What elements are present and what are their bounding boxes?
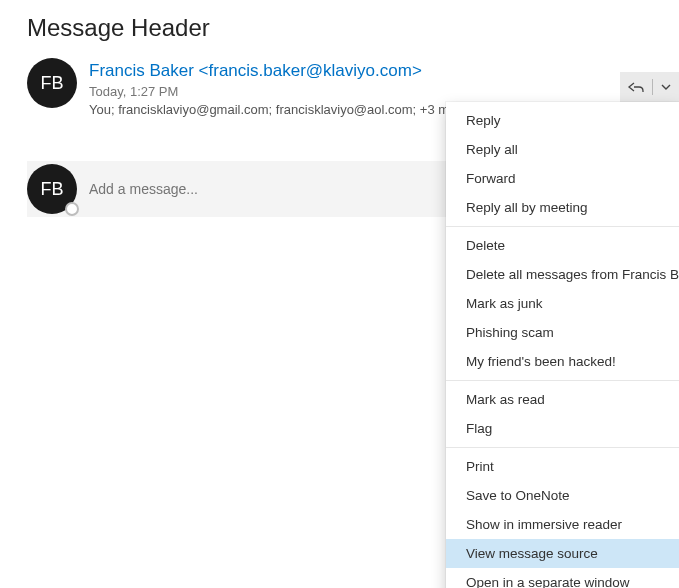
menu-item-delete[interactable]: Delete <box>446 231 679 260</box>
recipients-text: You; francisklaviyo@gmail.com; franciskl… <box>89 102 468 117</box>
menu-separator <box>446 226 679 227</box>
menu-item-flag[interactable]: Flag <box>446 414 679 443</box>
menu-item-save-to-onenote[interactable]: Save to OneNote <box>446 481 679 510</box>
menu-item-print[interactable]: Print <box>446 452 679 481</box>
message-toolbar <box>620 72 679 102</box>
presence-indicator <box>65 202 79 216</box>
message-actions-menu: ReplyReply allForwardReply all by meetin… <box>446 102 679 588</box>
menu-item-reply-all[interactable]: Reply all <box>446 135 679 164</box>
menu-item-mark-as-junk[interactable]: Mark as junk <box>446 289 679 318</box>
menu-item-mark-as-read[interactable]: Mark as read <box>446 385 679 414</box>
menu-item-forward[interactable]: Forward <box>446 164 679 193</box>
sender-avatar[interactable]: FB <box>27 58 77 108</box>
menu-item-view-message-source[interactable]: View message source <box>446 539 679 568</box>
avatar-initials: FB <box>40 179 63 200</box>
page-title: Message Header <box>0 0 679 58</box>
menu-item-phishing-scam[interactable]: Phishing scam <box>446 318 679 347</box>
menu-item-my-friend-s-been-hacked[interactable]: My friend's been hacked! <box>446 347 679 376</box>
menu-item-show-in-immersive-reader[interactable]: Show in immersive reader <box>446 510 679 539</box>
menu-separator <box>446 447 679 448</box>
reply-all-button[interactable] <box>620 72 652 102</box>
avatar-initials: FB <box>40 73 63 94</box>
menu-item-open-in-a-separate-window[interactable]: Open in a separate window <box>446 568 679 588</box>
from-line[interactable]: Francis Baker <francis.baker@klaviyo.com… <box>89 60 652 82</box>
timestamp: Today, 1:27 PM <box>89 84 652 99</box>
user-avatar: FB <box>27 164 77 214</box>
menu-item-reply-all-by-meeting[interactable]: Reply all by meeting <box>446 193 679 222</box>
menu-item-reply[interactable]: Reply <box>446 106 679 135</box>
menu-item-delete-all-messages-from-francis-baker[interactable]: Delete all messages from Francis Baker <box>446 260 679 289</box>
more-actions-button[interactable] <box>653 72 679 102</box>
menu-separator <box>446 380 679 381</box>
